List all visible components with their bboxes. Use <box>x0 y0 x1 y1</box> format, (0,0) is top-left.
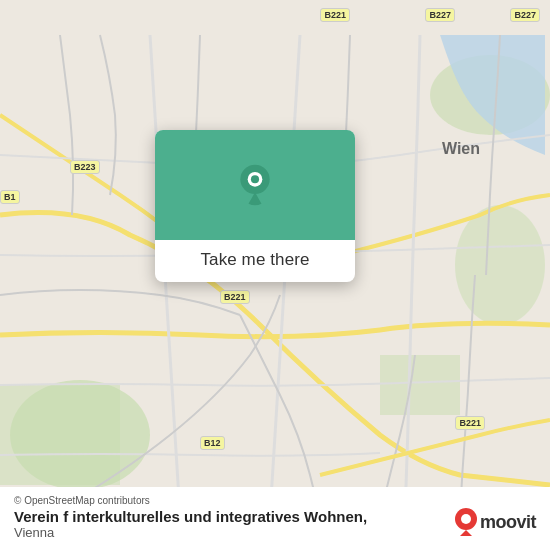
road-badge-b1: B1 <box>0 190 20 204</box>
card-bottom: Take me there <box>155 240 355 282</box>
road-badge-b221-mid: B221 <box>220 290 250 304</box>
info-card: Take me there <box>155 130 355 282</box>
svg-rect-2 <box>0 385 120 485</box>
road-badge-b221-top: B221 <box>320 8 350 22</box>
road-badge-b227: B227 <box>425 8 455 22</box>
map-container: Wien B227 B221 B223 B227 B221 B221 B12 B… <box>0 0 550 550</box>
svg-point-10 <box>461 514 471 524</box>
moovit-text: moovit <box>480 512 536 533</box>
card-map-area <box>155 130 355 240</box>
road-badge-b221-bot: B221 <box>455 416 485 430</box>
road-badge-b12: B12 <box>200 436 225 450</box>
road-badge-b227-right: B227 <box>510 8 540 22</box>
wien-label: Wien <box>442 140 480 158</box>
svg-rect-5 <box>380 355 460 415</box>
moovit-pin-icon <box>455 508 477 536</box>
take-me-there-button[interactable]: Take me there <box>200 250 309 270</box>
road-badge-b223: B223 <box>70 160 100 174</box>
svg-point-4 <box>455 205 545 325</box>
moovit-logo: moovit <box>455 508 536 536</box>
map-attribution: © OpenStreetMap contributors <box>14 495 536 506</box>
location-pin-icon <box>233 163 277 207</box>
svg-point-8 <box>251 175 259 183</box>
